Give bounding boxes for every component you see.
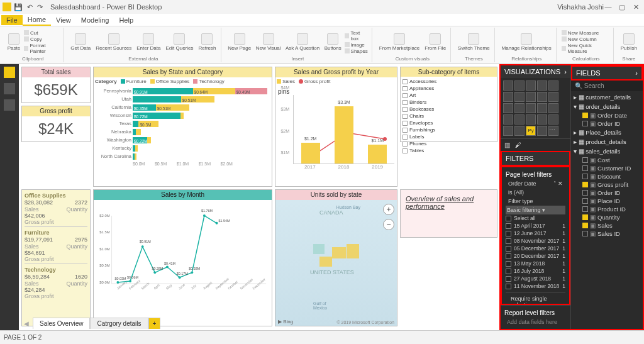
field-Cost[interactable]: ▣ Cost <box>574 156 640 164</box>
new-quick-measure-button[interactable]: New Quick Measure <box>562 43 611 54</box>
field-Order Date[interactable]: ▣ Order Date <box>574 111 640 119</box>
field-Gross profit[interactable]: ▣ Gross profit <box>574 180 640 189</box>
from-file-button[interactable]: From File <box>423 33 448 52</box>
subcat-item[interactable]: Labels <box>402 133 495 140</box>
subcat-item[interactable]: Appliances <box>402 85 495 92</box>
report-view-icon[interactable] <box>4 67 15 78</box>
field-Order ID[interactable]: ▣ Order ID <box>574 189 640 197</box>
model-view-icon[interactable] <box>4 99 15 111</box>
ask-question-button[interactable]: Ask A Question <box>284 33 321 52</box>
field-Customer ID[interactable]: ▣ Customer ID <box>574 164 640 172</box>
redo-icon[interactable]: ↷ <box>36 2 44 12</box>
fields-header[interactable]: FIELDS› <box>571 65 643 80</box>
table-customer_details[interactable]: ▸ ▦ customer_details <box>574 92 640 102</box>
year-chart-card[interactable]: Sales and Gross profit by Year Sales Gro… <box>275 67 397 187</box>
tab-view[interactable]: View <box>51 15 76 25</box>
field-Sales[interactable]: ▣ Sales <box>574 221 640 230</box>
paste-button[interactable]: Paste <box>5 33 23 52</box>
filter-date-item[interactable]: 12 June 20171 <box>506 230 565 237</box>
copy-button[interactable]: Copy <box>24 36 60 42</box>
subcat-item[interactable]: Furnishings <box>402 126 495 133</box>
field-Discount[interactable]: ▣ Discount <box>574 172 640 180</box>
table-product_details[interactable]: ▸ ▦ product_details <box>574 137 640 147</box>
format-well-icon[interactable]: 🖌 <box>515 141 521 148</box>
category-kpi-list[interactable]: Office Supplies $28,30,0822372 SalesQuan… <box>21 189 91 326</box>
new-measure-button[interactable]: New Measure <box>562 30 611 36</box>
textbox-button[interactable]: Text box <box>345 30 369 42</box>
maximize-icon[interactable]: ▢ <box>618 3 626 11</box>
new-page-button[interactable]: New Page <box>226 33 253 52</box>
shapes-button[interactable]: Shapes <box>345 48 369 54</box>
field-Sales ID[interactable]: ▣ Sales ID <box>574 230 640 238</box>
field-Place ID[interactable]: ▣ Place ID <box>574 197 640 205</box>
page-tab-category-details[interactable]: Catrgory details <box>90 318 148 329</box>
enter-data-button[interactable]: Enter Data <box>135 33 162 52</box>
filter-date-item[interactable]: 27 August 20181 <box>506 275 565 282</box>
subcat-item[interactable]: Bookcases <box>402 106 495 113</box>
page-tab-sales-overview[interactable]: Sales Overview <box>33 318 90 329</box>
refresh-button[interactable]: Refresh <box>196 33 218 52</box>
map-card[interactable]: Units sold by state CANADA UNITED STATES… <box>275 189 397 326</box>
visualizations-header[interactable]: VISUALIZATIONS› <box>501 65 570 78</box>
cut-button[interactable]: Cut <box>24 30 60 36</box>
field-Product ID[interactable]: ▣ Product ID <box>574 205 640 213</box>
buttons-button[interactable]: Buttons <box>323 33 343 52</box>
close-icon[interactable]: ✕ <box>631 3 640 11</box>
subcat-item[interactable]: Envelopes <box>402 119 495 126</box>
new-visual-button[interactable]: New Visual <box>254 33 282 52</box>
subcat-item[interactable]: Art <box>402 92 495 99</box>
tab-home[interactable]: Home <box>23 14 51 26</box>
table-Place_details[interactable]: ▸ ▦ Place_details <box>574 128 640 137</box>
undo-icon[interactable]: ↶ <box>26 2 34 12</box>
visualization-gallery[interactable]: Py ⋯ <box>501 78 570 138</box>
filter-date-item[interactable]: 08 November 20171 <box>506 237 565 245</box>
table-order_details[interactable]: ▾ ▦ order_details <box>574 102 640 111</box>
tab-file[interactable]: File <box>1 15 23 25</box>
subcategory-card[interactable]: Sub-category of items AccessoriesApplian… <box>400 67 497 142</box>
table-sales_details[interactable]: ▾ ▦ sales_details <box>574 147 640 156</box>
total-sales-card[interactable]: Total sales $659K <box>21 67 91 103</box>
overview-card[interactable]: Overview of sales and performance <box>400 189 497 238</box>
zoom-out-icon[interactable]: − <box>383 219 394 230</box>
image-button[interactable]: Image <box>345 42 369 48</box>
state-chart-card[interactable]: Sales by State and Category Category Fur… <box>93 67 272 187</box>
publish-button[interactable]: Publish <box>619 33 639 52</box>
field-Order ID[interactable]: ▣ Order ID <box>574 119 640 128</box>
chevron-right-icon: › <box>635 69 638 77</box>
filter-date-item[interactable]: 11 November 20181 <box>506 282 565 290</box>
filter-date-item[interactable]: 20 December 20171 <box>506 252 565 260</box>
filter-date-item[interactable]: 16 July 20181 <box>506 267 565 275</box>
tab-nav-left-icon[interactable]: ◀ <box>20 320 33 327</box>
minimize-icon[interactable]: — <box>604 3 613 11</box>
from-marketplace-button[interactable]: From Marketplace <box>377 33 421 52</box>
filters-header[interactable]: FILTERS <box>501 151 570 166</box>
recent-sources-button[interactable]: Recent Sources <box>94 33 133 52</box>
filter-date-item[interactable]: 13 May 20181 <box>506 260 565 267</box>
filter-date-item[interactable]: 15 April 20171 <box>506 222 565 230</box>
subcat-item[interactable]: Chairs <box>402 113 495 119</box>
get-data-button[interactable]: Get Data <box>69 33 92 52</box>
fields-search[interactable]: 🔍 Search <box>571 80 643 91</box>
format-painter-button[interactable]: Format Painter <box>24 43 60 54</box>
tab-help[interactable]: Help <box>114 15 138 25</box>
subcat-item[interactable]: Accessories <box>402 78 495 85</box>
new-column-button[interactable]: New Column <box>562 36 611 42</box>
filter-date-item[interactable]: 05 December 20171 <box>506 245 565 252</box>
subcat-item[interactable]: Tables <box>402 147 495 154</box>
subcat-item[interactable]: Binders <box>402 99 495 106</box>
switch-theme-button[interactable]: Switch Theme <box>456 33 492 52</box>
map-visual[interactable]: CANADA UNITED STATES Gulf of Mexico Huds… <box>275 200 397 326</box>
subcat-item[interactable]: Phones <box>402 140 495 147</box>
field-Quantity[interactable]: ▣ Quantity <box>574 213 640 221</box>
tab-modeling[interactable]: Modeling <box>76 15 114 25</box>
manage-relationships-button[interactable]: Manage Relationships <box>500 33 553 52</box>
add-page-button[interactable]: + <box>148 318 161 329</box>
save-icon[interactable]: 💾 <box>13 2 24 12</box>
month-chart-card[interactable]: Sales by Month $0.0M$0.5M$1.0M$1.5M$2.0M… <box>93 189 272 326</box>
data-view-icon[interactable] <box>4 83 15 94</box>
gross-profit-card[interactable]: Gross profit $24K <box>21 106 91 142</box>
fields-well-icon[interactable]: ▥ <box>504 141 510 148</box>
zoom-in-icon[interactable]: + <box>383 204 394 215</box>
filter-type-select[interactable]: Basic filtering ▾ <box>506 206 565 214</box>
edit-queries-button[interactable]: Edit Queries <box>164 33 195 52</box>
